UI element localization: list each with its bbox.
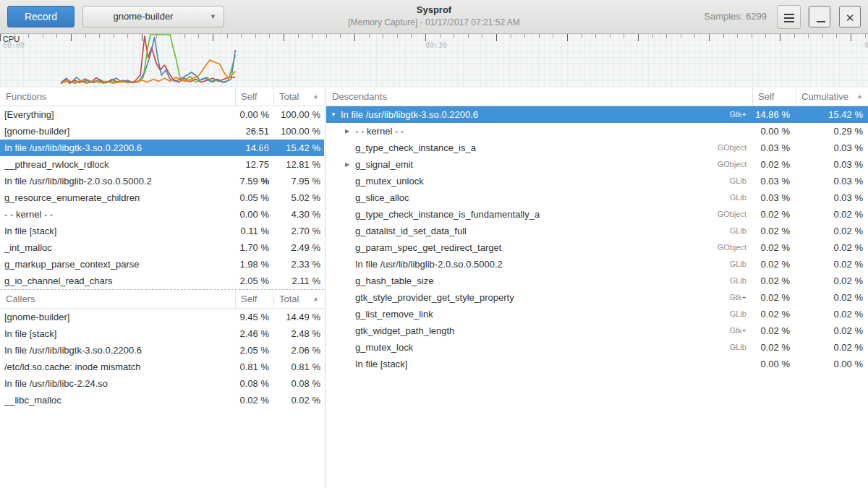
table-row[interactable]: In file [stack]0.11 %2.70 % xyxy=(0,223,324,239)
self-percent: 0.02 % xyxy=(752,306,796,322)
tree-row[interactable]: g_mutex_unlockGLib0.03 %0.03 % xyxy=(326,173,868,189)
column-header-self[interactable]: Self xyxy=(235,290,273,308)
expander-icon[interactable]: ▼ xyxy=(331,106,341,123)
total-percent: 2.49 % xyxy=(273,239,324,256)
close-button[interactable]: ✕ xyxy=(839,6,861,27)
table-row[interactable]: In file /usr/lib/libc-2.24.so0.08 %0.08 … xyxy=(0,375,324,392)
tree-row[interactable]: In file /usr/lib/libglib-2.0.so.0.5000.2… xyxy=(326,256,868,273)
total-percent: 4.30 % xyxy=(273,206,324,223)
table-row[interactable]: _int_malloc1.70 %2.49 % xyxy=(0,239,324,256)
cumulative-percent: 0.03 % xyxy=(796,156,868,173)
menu-button[interactable] xyxy=(777,5,801,29)
table-row[interactable]: In file /usr/lib/libglib-2.0.so.0.5000.2… xyxy=(0,173,324,189)
self-percent: 0.02 % xyxy=(752,273,796,289)
tree-row[interactable]: gtk_style_provider_get_style_propertyGtk… xyxy=(326,289,868,306)
tree-row[interactable]: g_slice_allocGLib0.03 %0.03 % xyxy=(326,189,868,206)
function-name: In file /usr/lib/libc-2.24.so xyxy=(0,375,235,392)
tree-row[interactable]: g_type_check_instance_is_aGObject0.03 %0… xyxy=(326,140,868,156)
tree-row[interactable]: ▼In file /usr/lib/libgtk-3.so.0.2200.6Gt… xyxy=(326,106,868,123)
cpu-graph[interactable]: CPU 00:0000:300 xyxy=(0,34,868,87)
self-percent: 0.03 % xyxy=(752,173,796,189)
function-name: [Everything] xyxy=(0,106,235,123)
table-row[interactable]: In file [stack]2.46 %2.48 % xyxy=(0,325,324,342)
expander-spacer xyxy=(345,256,355,273)
table-row[interactable]: __libc_malloc0.02 %0.02 % xyxy=(0,392,324,408)
table-row[interactable]: [gnome-builder]9.45 %14.49 % xyxy=(0,309,324,325)
table-row[interactable]: In file /usr/lib/libgtk-3.so.0.2200.62.0… xyxy=(0,342,324,359)
function-name: [gnome-builder] xyxy=(0,123,235,140)
table-row[interactable]: [gnome-builder]26.51 %100.00 % xyxy=(0,123,324,140)
tree-row[interactable]: g_mutex_lockGLib0.02 %0.02 % xyxy=(326,339,868,356)
table-row[interactable]: __pthread_rwlock_rdlock12.75 %12.81 % xyxy=(0,156,324,173)
cpu-green-line xyxy=(61,35,235,83)
column-header-functions[interactable]: Functions xyxy=(0,87,235,106)
tree-row[interactable]: ▶g_signal_emitGObject0.02 %0.03 % xyxy=(326,156,868,173)
column-header-self[interactable]: Self xyxy=(752,87,796,106)
descendant-name: In file /usr/lib/libgtk-3.so.0.2200.6 xyxy=(341,106,729,123)
table-row[interactable]: [Everything]0.00 %100.00 % xyxy=(0,106,324,123)
tree-row[interactable]: g_hash_table_sizeGLib0.02 %0.02 % xyxy=(326,273,868,289)
pane-splitter[interactable] xyxy=(324,87,326,488)
tree-row[interactable]: g_param_spec_get_redirect_targetGObject0… xyxy=(326,239,868,256)
self-percent: 0.81 % xyxy=(235,359,273,375)
expander-spacer xyxy=(345,206,355,223)
minimize-button[interactable] xyxy=(809,6,830,27)
tree-row[interactable]: gtk_widget_path_lengthGtk+0.02 %0.02 % xyxy=(326,322,868,339)
self-percent: 0.02 % xyxy=(752,206,796,223)
cumulative-percent: 0.02 % xyxy=(796,223,868,239)
self-percent: 2.05 % xyxy=(235,273,273,289)
descendant-name: In file /usr/lib/libglib-2.0.so.0.5000.2 xyxy=(355,256,730,273)
tree-row[interactable]: g_datalist_id_set_data_fullGLib0.02 %0.0… xyxy=(326,223,868,239)
column-header-cumulative[interactable]: Cumulative ▲ xyxy=(796,87,868,106)
self-percent: 0.00 % xyxy=(235,106,273,123)
cumulative-percent: 0.03 % xyxy=(796,173,868,189)
self-percent: 0.08 % xyxy=(235,375,273,392)
descendant-name: g_slice_alloc xyxy=(355,189,730,206)
library-category: GObject xyxy=(718,140,752,156)
table-row[interactable]: g_resource_enumerate_children0.05 %5.02 … xyxy=(0,189,324,206)
descendant-name: g_hash_table_size xyxy=(355,273,730,289)
column-header-total[interactable]: Total ▲ xyxy=(273,290,324,308)
process-selector-dropdown[interactable]: gnome-builder ▼ xyxy=(82,6,224,27)
column-header-callers[interactable]: Callers xyxy=(0,290,235,308)
samples-count: Samples: 6299 xyxy=(704,11,767,22)
tree-row[interactable]: In file [stack]0.00 %0.00 % xyxy=(326,356,868,372)
expander-spacer xyxy=(345,223,355,239)
table-row[interactable]: In file /usr/lib/libgtk-3.so.0.2200.614.… xyxy=(0,140,324,156)
expander-icon[interactable]: ▶ xyxy=(345,156,355,173)
library-category: GLib xyxy=(730,223,752,239)
descendants-header: Descendants Self Cumulative ▲ xyxy=(326,87,868,106)
table-row[interactable]: g_io_channel_read_chars2.05 %2.11 % xyxy=(0,273,324,289)
total-percent: 0.08 % xyxy=(273,375,324,392)
descendant-name: gtk_style_provider_get_style_property xyxy=(355,289,729,306)
descendant-name: g_param_spec_get_redirect_target xyxy=(355,239,718,256)
callers-header: Callers Self Total ▲ xyxy=(0,290,324,309)
self-percent: 0.02 % xyxy=(752,289,796,306)
self-percent: 0.02 % xyxy=(752,156,796,173)
table-row[interactable]: - - kernel - -0.00 %4.30 % xyxy=(0,206,324,223)
self-percent: 26.51 % xyxy=(235,123,273,140)
function-name: g_io_channel_read_chars xyxy=(0,273,235,289)
function-name: _int_malloc xyxy=(0,239,235,256)
self-percent: 0.02 % xyxy=(235,392,273,408)
record-button[interactable]: Record xyxy=(7,6,75,27)
expander-spacer xyxy=(345,239,355,256)
cumulative-percent: 0.29 % xyxy=(796,123,868,140)
self-percent: 0.02 % xyxy=(752,223,796,239)
function-name: In file [stack] xyxy=(0,223,235,239)
tree-row[interactable]: ▶- - kernel - -0.00 %0.29 % xyxy=(326,123,868,140)
table-row[interactable]: /etc/ld.so.cache: inode mismatch0.81 %0.… xyxy=(0,359,324,375)
column-header-descendants[interactable]: Descendants xyxy=(326,87,752,106)
expander-icon[interactable]: ▶ xyxy=(345,123,355,140)
table-row[interactable]: g_markup_parse_context_parse1.98 %2.33 % xyxy=(0,256,324,273)
tree-row[interactable]: g_type_check_instance_is_fundamentally_a… xyxy=(326,206,868,223)
self-percent: 0.02 % xyxy=(752,322,796,339)
column-header-self[interactable]: Self xyxy=(235,87,273,106)
function-name: g_resource_enumerate_children xyxy=(0,189,235,206)
expander-spacer xyxy=(345,140,355,156)
tree-row[interactable]: g_list_remove_linkGLib0.02 %0.02 % xyxy=(326,306,868,322)
column-header-total[interactable]: Total ▲ xyxy=(273,87,324,106)
self-percent: 0.11 % xyxy=(235,223,273,239)
function-name: __libc_malloc xyxy=(0,392,235,408)
library-category xyxy=(746,123,752,140)
